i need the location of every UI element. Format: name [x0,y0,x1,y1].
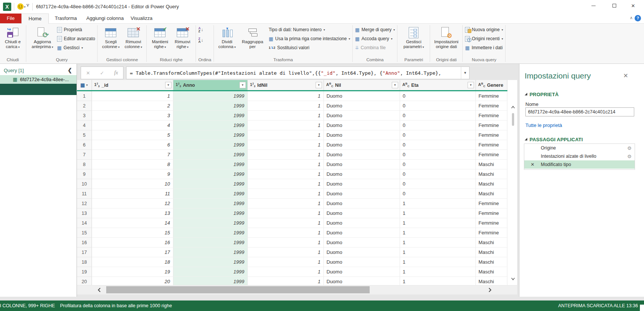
grid-cell-IdNil[interactable]: 1 [248,121,324,130]
tab-trasforma[interactable]: Trasforma [48,14,84,23]
row-number[interactable]: 1 [77,91,92,101]
grid-cell-Nil[interactable]: Duomo [324,248,400,257]
grid-cell-Genere[interactable]: Maschi [476,179,507,189]
grid-cell-Genere[interactable]: Femmine [476,140,507,150]
grid-cell-Anno[interactable]: 1999 [173,218,248,228]
grid-cell-_id[interactable]: 17 [92,248,173,257]
recent-sources-button[interactable]: Origini recenti▾ [465,35,503,42]
row-number[interactable]: 14 [77,218,92,228]
grid-cell-_id[interactable]: 5 [92,130,173,140]
grid-cell-Genere[interactable]: Femmine [476,199,507,208]
grid-cell-Eta[interactable]: 1 [400,238,476,248]
delete-step-icon[interactable]: ✕ [531,162,534,167]
grid-cell-_id[interactable]: 4 [92,121,173,130]
scroll-down-icon[interactable] [510,276,516,281]
grid-cell-IdNil[interactable]: 1 [248,248,324,257]
tab-visualizza[interactable]: Visualizza [124,14,159,23]
grid-cell-Nil[interactable]: Duomo [324,160,400,169]
grid-cell-Anno[interactable]: 1999 [173,111,248,121]
choose-columns-button[interactable]: Scegli colonne [100,24,122,57]
close-and-load-button[interactable]: ↪ Chiudi e carica [2,24,24,57]
merge-queries-button[interactable]: ▦ Merge di query▾ [355,26,395,33]
grid-cell-Anno[interactable]: 1999 [173,199,248,208]
grid-cell-Eta[interactable]: 0 [400,111,476,121]
grid-cell-IdNil[interactable]: 1 [248,130,324,140]
group-by-button[interactable]: Raggruppa per [239,24,266,57]
grid-cell-Nil[interactable]: Duomo [324,150,400,160]
grid-cell-_id[interactable]: 15 [92,228,173,238]
grid-cell-Eta[interactable]: 1 [400,208,476,218]
grid-cell-Genere[interactable]: Femmine [476,91,507,101]
grid-cell-IdNil[interactable]: 1 [248,277,324,285]
grid-cell-Nil[interactable]: Duomo [324,218,400,228]
grid-cell-Eta[interactable]: 0 [400,140,476,150]
row-number[interactable]: 10 [77,179,92,189]
grid-cell-Genere[interactable]: Maschi [476,267,507,277]
row-number[interactable]: 18 [77,257,92,267]
remove-columns-button[interactable]: ✕ Rimuovi colonne [122,24,144,57]
grid-cell-Anno[interactable]: 1999 [173,130,248,140]
new-source-button[interactable]: Nuova origine▾ [465,26,503,33]
grid-cell-Anno[interactable]: 1999 [173,257,248,267]
grid-select-all-corner[interactable]: ▦▼ [77,80,92,90]
applied-step-item[interactable]: Intestazioni alzate di livello⚙ [524,152,635,160]
grid-cell-Eta[interactable]: 1 [400,248,476,257]
horizontal-scrollbar[interactable] [77,285,517,294]
grid-cell-Anno[interactable]: 1999 [173,169,248,179]
row-number[interactable]: 15 [77,228,92,238]
help-icon[interactable]: ? [635,15,641,21]
grid-cell-Genere[interactable]: Femmine [476,228,507,238]
grid-cell-IdNil[interactable]: 1 [248,238,324,248]
formula-accept-icon[interactable]: ✓ [95,67,109,79]
grid-cell-Genere[interactable]: Maschi [476,248,507,257]
fx-icon[interactable]: fx [109,67,123,79]
tab-aggiungi-colonna[interactable]: Aggiungi colonna [80,14,131,23]
grid-cell-Anno[interactable]: 1999 [173,140,248,150]
sort-descending-button[interactable]: ZA ↓ [198,36,206,44]
grid-cell-Eta[interactable]: 0 [400,169,476,179]
close-button[interactable]: ✕ [624,0,642,11]
row-number[interactable]: 6 [77,140,92,150]
refresh-preview-button[interactable]: ⟳ Aggiorna anteprima [29,24,56,57]
replace-values-button[interactable]: 1↴2 Sostituisci valori [269,44,350,51]
query-list-item[interactable]: ▦ 6fd7172e-4c9a-48ee-... [0,75,77,84]
row-number[interactable]: 11 [77,189,92,199]
horizontal-scrollbar-thumb[interactable] [106,286,370,293]
grid-cell-Anno[interactable]: 1999 [173,150,248,160]
grid-cell-Anno[interactable]: 1999 [173,189,248,199]
minimize-button[interactable] [585,0,602,11]
formula-input[interactable]: = Table.TransformColumnTypes(#"Intestazi… [126,66,469,79]
grid-cell-Eta[interactable]: 0 [400,130,476,140]
step-settings-gear-icon[interactable]: ⚙ [627,146,632,151]
grid-cell-Genere[interactable]: Maschi [476,160,507,169]
grid-cell-IdNil[interactable]: 1 [248,267,324,277]
grid-cell-Eta[interactable]: 1 [400,257,476,267]
row-number[interactable]: 17 [77,248,92,257]
grid-cell-_id[interactable]: 13 [92,208,173,218]
grid-cell-Genere[interactable]: Femmine [476,101,507,111]
grid-cell-Nil[interactable]: Duomo [324,179,400,189]
formula-cancel-icon[interactable]: ✕ [81,67,95,79]
column-header-_id[interactable]: 123_id▼ [92,80,173,90]
column-header-IdNil[interactable]: 123IdNil▼ [248,80,324,90]
grid-cell-Anno[interactable]: 1999 [173,160,248,169]
keep-rows-button[interactable]: ✓ Mantieni righe [149,24,171,57]
enter-data-button[interactable]: ▦ Immettere i dati [465,44,503,51]
grid-cell-IdNil[interactable]: 1 [248,169,324,179]
vertical-scrollbar-thumb[interactable] [512,113,514,126]
grid-cell-Genere[interactable]: Maschi [476,238,507,248]
data-type-button[interactable]: Tipo di dati: Numero intero▾ [269,26,350,33]
grid-cell-_id[interactable]: 2 [92,101,173,111]
row-number[interactable]: 19 [77,267,92,277]
row-number[interactable]: 13 [77,208,92,218]
row-number[interactable]: 9 [77,169,92,179]
grid-cell-Eta[interactable]: 0 [400,179,476,189]
manage-button[interactable]: ▦ Gestisci▾ [57,44,95,51]
feedback-smiley-icon[interactable] [17,3,24,10]
grid-cell-Genere[interactable]: Femmine [476,150,507,160]
data-source-settings-button[interactable]: ⚙ Impostazioni origine dati [432,24,460,57]
grid-cell-_id[interactable]: 20 [92,277,173,285]
settings-close-icon[interactable]: ✕ [623,72,628,79]
grid-cell-_id[interactable]: 3 [92,111,173,121]
filter-dropdown-icon[interactable]: ▼ [316,82,322,88]
